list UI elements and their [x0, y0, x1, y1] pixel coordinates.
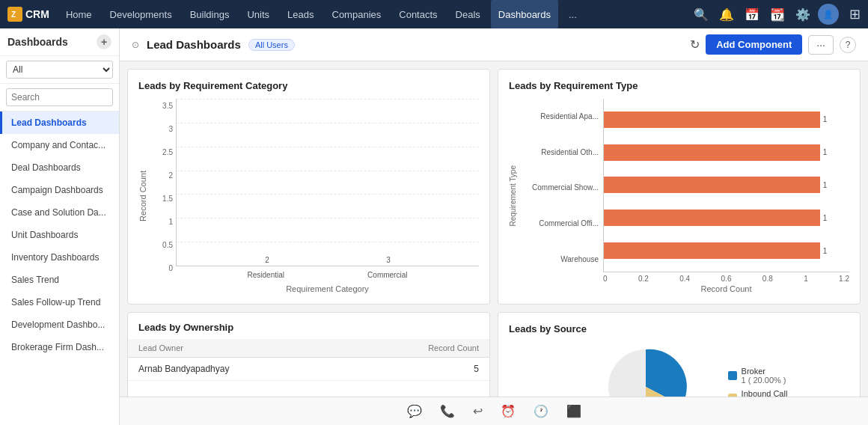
logo-text: CRM	[25, 8, 49, 20]
chart4-title: Leads by Source	[509, 323, 849, 334]
logo[interactable]: Z CRM	[7, 7, 49, 22]
col-count: Record Count	[348, 339, 489, 358]
calendar-icon[interactable]: 📆	[770, 7, 785, 22]
sidebar-item-inventory-dashboards[interactable]: Inventory Dashboards	[0, 246, 119, 269]
sidebar-item-unit-dashboards[interactable]: Unit Dashboards	[0, 224, 119, 246]
bar-residential: 2	[237, 256, 297, 266]
sidebar-title: Dashboards	[7, 36, 68, 48]
bell-icon[interactable]: 🔔	[719, 7, 734, 22]
nav-deals[interactable]: Deals	[448, 0, 488, 28]
h-bar-row-0: 1	[604, 111, 849, 128]
clock-icon[interactable]: 🕐	[534, 404, 548, 418]
h-bar-row-3: 1	[604, 210, 849, 226]
nav-buildings[interactable]: Buildings	[183, 0, 237, 28]
sidebar-filter: All	[0, 56, 119, 84]
legend-broker: Broker 1 ( 20.00% )	[728, 367, 788, 385]
nav-contacts[interactable]: Contacts	[391, 0, 444, 28]
owner-name: Arnab Bandyapadhyay	[128, 358, 348, 381]
svg-text:Z: Z	[11, 10, 16, 19]
timer-icon[interactable]: ⏰	[501, 404, 516, 418]
pie-chart-area: Broker 1 ( 20.00% ) Inbound Call 1 ( 20.…	[509, 342, 849, 397]
chart2-title: Leads by Requirement Type	[509, 80, 849, 91]
nav-units[interactable]: Units	[239, 0, 277, 28]
x-label-residential: Residential	[248, 271, 284, 279]
logo-icon: Z	[7, 7, 22, 22]
breadcrumb-icon: ⊙	[132, 40, 139, 50]
all-users-badge[interactable]: All Users	[248, 39, 295, 51]
chat-icon[interactable]: 💬	[407, 404, 422, 418]
block-icon[interactable]: ⬛	[566, 404, 581, 418]
sidebar-item-company-contact[interactable]: Company and Contac...	[0, 134, 119, 156]
sidebar-item-sales-followup[interactable]: Sales Follow-up Trend	[0, 291, 119, 314]
sidebar-item-brokerage[interactable]: Brokerage Firm Dash...	[0, 336, 119, 358]
sidebar-search-input[interactable]	[6, 88, 113, 106]
reply-icon[interactable]: ↩	[473, 404, 483, 418]
bar-commercial: 3	[358, 256, 418, 266]
h-bar-row-2: 1	[604, 177, 849, 193]
content-header: ⊙ Lead Dashboards All Users ↻ Add Compon…	[120, 28, 868, 61]
leads-by-requirement-category-card: Leads by Requirement Category Record Cou…	[127, 69, 490, 305]
sidebar-filter-select[interactable]: All	[6, 61, 113, 79]
main-content: ⊙ Lead Dashboards All Users ↻ Add Compon…	[120, 28, 868, 425]
chart2-x-title: Record Count	[603, 284, 849, 293]
pie-legend: Broker 1 ( 20.00% ) Inbound Call 1 ( 20.…	[728, 367, 788, 397]
nav-home[interactable]: Home	[58, 0, 100, 28]
pie-chart-svg	[571, 342, 721, 397]
grid-icon[interactable]: ⊞	[849, 6, 861, 22]
owner-count: 5	[348, 358, 489, 381]
chart2-y-axis-title: Requirement Type	[509, 165, 517, 227]
add-component-button[interactable]: Add Component	[706, 34, 802, 55]
header-actions: ↻ Add Component ··· ?	[690, 34, 856, 55]
sidebar-add-button[interactable]: +	[97, 34, 111, 49]
chart1-x-title: Requirement Category	[176, 283, 479, 293]
refresh-button[interactable]: ↻	[690, 37, 700, 52]
h-bar-row-1: 1	[604, 144, 849, 161]
nav-icon-group: 🔍 🔔 📅 📆 ⚙️	[694, 7, 810, 22]
h-bar-row-4: 1	[604, 242, 849, 259]
calendar-add-icon[interactable]: 📅	[745, 7, 760, 22]
dashboard-area: Leads by Requirement Category Record Cou…	[120, 61, 868, 397]
sidebar-search-area	[0, 84, 119, 111]
chart1-y-axis-title: Record Count	[138, 171, 147, 221]
sidebar-item-development[interactable]: Development Dashbo...	[0, 314, 119, 336]
chart3-title: Leads by Ownership	[128, 313, 489, 339]
table-row: Arnab Bandyapadhyay 5	[128, 358, 489, 381]
sidebar-item-lead-dashboards[interactable]: Lead Dashboards	[0, 111, 119, 134]
col-owner: Lead Owner	[128, 339, 348, 358]
more-options-button[interactable]: ···	[808, 35, 834, 55]
x-label-commercial: Commercial	[367, 271, 407, 279]
chart1-title: Leads by Requirement Category	[138, 80, 479, 91]
legend-inbound-call: Inbound Call 1 ( 20.00% )	[728, 389, 788, 397]
nav-companies[interactable]: Companies	[325, 0, 389, 28]
leads-by-source-card: Leads by Source	[498, 312, 861, 397]
nav-more[interactable]: ...	[561, 0, 584, 28]
nav-developments[interactable]: Developments	[103, 0, 180, 28]
settings-icon[interactable]: ⚙️	[795, 7, 810, 22]
help-button[interactable]: ?	[840, 37, 856, 53]
sidebar-item-campaign-dashboards[interactable]: Campaign Dashboards	[0, 179, 119, 201]
sidebar-item-sales-trend[interactable]: Sales Trend	[0, 269, 119, 291]
sidebar: Dashboards + All Lead Dashboards Company…	[0, 28, 120, 425]
leads-by-requirement-type-card: Leads by Requirement Type Requirement Ty…	[498, 69, 861, 305]
top-navigation: Z CRM Home Developments Buildings Units …	[0, 0, 868, 28]
content-title: Lead Dashboards	[147, 38, 241, 51]
leads-by-ownership-card: Leads by Ownership Lead Owner Record Cou…	[127, 312, 490, 397]
avatar[interactable]: 👤	[818, 4, 839, 25]
nav-dashboards[interactable]: Dashboards	[491, 0, 558, 28]
nav-leads[interactable]: Leads	[280, 0, 321, 28]
bottom-bar: 💬 📞 ↩ ⏰ 🕐 ⬛	[120, 397, 868, 425]
sidebar-header: Dashboards +	[0, 28, 119, 56]
sidebar-item-deal-dashboards[interactable]: Deal Dashboards	[0, 156, 119, 179]
sidebar-item-case-solution[interactable]: Case and Solution Da...	[0, 201, 119, 224]
phone-icon[interactable]: 📞	[440, 404, 455, 418]
search-icon[interactable]: 🔍	[694, 7, 709, 22]
ownership-table: Lead Owner Record Count Arnab Bandyapadh…	[128, 339, 489, 381]
